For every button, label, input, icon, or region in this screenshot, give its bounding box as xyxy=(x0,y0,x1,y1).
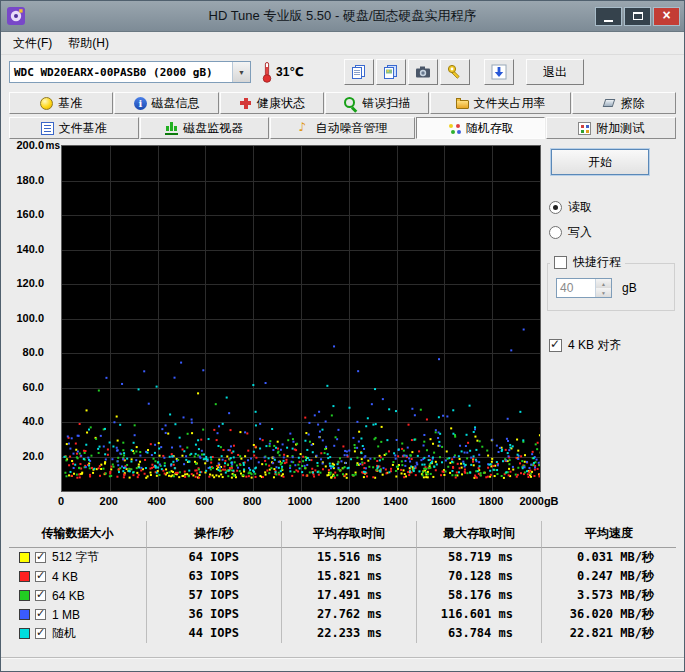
series-row-512b: 512 字节 xyxy=(9,548,147,567)
max-access-4kb: 70.128 ms xyxy=(417,567,542,586)
series-checkbox-random[interactable] xyxy=(35,628,46,639)
copy-image-button[interactable] xyxy=(376,59,406,85)
avg-speed-random: 22.821 MB/秒 xyxy=(542,624,676,643)
max-access-1mb: 116.601 ms xyxy=(417,605,542,624)
avg-speed-4kb: 0.247 MB/秒 xyxy=(542,567,676,586)
series-label-512b: 512 字节 xyxy=(52,549,99,566)
short-stroke-option: 快捷行程 xyxy=(550,254,625,271)
series-color-swatch-4kb xyxy=(19,571,30,582)
avg-speed-512b: 0.031 MB/秒 xyxy=(542,548,676,567)
capacity-unit-label: gB xyxy=(622,281,637,295)
lightbulb-icon xyxy=(40,97,53,110)
tab-health[interactable]: 健康状态 xyxy=(220,92,324,114)
tab-file-benchmark[interactable]: 文件基准 xyxy=(9,117,139,139)
avg-speed-64kb: 3.573 MB/秒 xyxy=(542,586,676,605)
folder-icon xyxy=(456,100,469,109)
speaker-note-icon xyxy=(298,122,311,135)
series-color-swatch-random xyxy=(19,628,30,639)
align-4kb-option: 4 KB 对齐 xyxy=(549,337,678,354)
tab-erase[interactable]: 擦除 xyxy=(572,92,676,114)
options-button[interactable] xyxy=(440,59,470,85)
tab-random-access[interactable]: 随机存取 xyxy=(416,117,546,139)
temperature-value: 31℃ xyxy=(276,65,304,79)
series-checkbox-512b[interactable] xyxy=(35,552,46,563)
tab-label: 文件基准 xyxy=(59,120,107,137)
max-access-64kb: 58.176 ms xyxy=(417,586,542,605)
tab-label: 擦除 xyxy=(621,95,645,112)
bottom-divider xyxy=(1,657,684,659)
iops-value-64kb: 57 IOPS xyxy=(147,586,282,605)
results-table: 传输数据大小 操作/秒 平均存取时间 最大存取时间 平均速度 512 字节 64… xyxy=(9,521,676,643)
keys-icon xyxy=(447,64,463,80)
spin-up-button[interactable] xyxy=(596,279,611,288)
disk-monitor-bars-icon xyxy=(165,122,178,135)
y-axis: 200.0180.0160.0140.0120.0100.080.060.040… xyxy=(9,146,61,491)
close-button[interactable] xyxy=(653,7,680,26)
file-benchmark-icon xyxy=(41,122,54,135)
minimize-button[interactable] xyxy=(595,7,622,26)
series-checkbox-1mb[interactable] xyxy=(35,609,46,620)
capacity-value: 40 xyxy=(557,279,595,297)
series-checkbox-64kb[interactable] xyxy=(35,590,46,601)
health-cross-icon xyxy=(239,97,252,110)
avg-access-512b: 15.516 ms xyxy=(282,548,417,567)
tab-error-scan[interactable]: 错误扫描 xyxy=(325,92,429,114)
random-dots-icon xyxy=(448,122,461,135)
window-controls xyxy=(595,7,680,26)
tab-disk-info[interactable]: 磁盘信息 xyxy=(114,92,218,114)
drive-select[interactable]: WDC WD20EARX-00PASB0 (2000 gB) xyxy=(9,61,251,83)
x-tick-label: 1200 xyxy=(336,495,360,507)
x-axis: 0200400600800100012001400160018002000gB xyxy=(61,495,541,511)
start-button[interactable]: 开始 xyxy=(551,149,649,175)
max-access-512b: 58.719 ms xyxy=(417,548,542,567)
tab-benchmark[interactable]: 基准 xyxy=(9,92,113,114)
screenshot-button[interactable] xyxy=(408,59,438,85)
avg-access-random: 22.233 ms xyxy=(282,624,417,643)
save-arrow-icon xyxy=(491,64,507,80)
y-tick-label: 60.0 xyxy=(23,381,44,393)
x-tick-label: 1000 xyxy=(288,495,312,507)
y-tick-label: 140.0 xyxy=(16,243,44,255)
x-tick-label: 0 xyxy=(58,495,64,507)
test-controls: 开始 读取 写入 快捷行程 40 xyxy=(547,149,678,354)
series-checkbox-4kb[interactable] xyxy=(35,571,46,582)
short-stroke-checkbox[interactable] xyxy=(554,256,567,269)
col-header-transfer-size: 传输数据大小 xyxy=(9,521,147,548)
write-radio-label: 写入 xyxy=(568,224,592,241)
align-4kb-checkbox[interactable] xyxy=(549,339,562,352)
read-radio[interactable] xyxy=(549,201,562,214)
tab-folder-usage[interactable]: 文件夹占用率 xyxy=(430,92,570,114)
menu-help[interactable]: 帮助(H) xyxy=(60,33,117,54)
y-tick-label: 160.0 xyxy=(16,208,44,220)
tab-label: 随机存取 xyxy=(466,120,514,137)
write-radio[interactable] xyxy=(549,226,562,239)
capacity-input[interactable]: 40 xyxy=(556,278,612,298)
copy-text-button[interactable] xyxy=(344,59,374,85)
tab-label: 磁盘监视器 xyxy=(183,120,243,137)
extra-tests-icon xyxy=(578,122,591,135)
error-scan-magnifier-icon xyxy=(344,97,357,110)
y-tick-label: 20.0 xyxy=(23,450,44,462)
drive-select-value: WDC WD20EARX-00PASB0 (2000 gB) xyxy=(10,66,232,79)
save-results-button[interactable] xyxy=(484,59,514,85)
series-color-swatch-512b xyxy=(19,552,30,563)
align-4kb-label: 4 KB 对齐 xyxy=(568,337,621,354)
access-time-chart: 200.0180.0160.0140.0120.0100.080.060.040… xyxy=(9,145,549,513)
menu-file[interactable]: 文件(F) xyxy=(5,33,60,54)
copy-text-icon xyxy=(351,64,367,80)
tab-aam[interactable]: 自动噪音管理 xyxy=(270,117,415,139)
maximize-button[interactable] xyxy=(624,7,651,26)
tab-label: 自动噪音管理 xyxy=(316,120,388,137)
camera-icon xyxy=(415,64,431,80)
x-tick-label: 2000gB xyxy=(519,495,558,507)
avg-speed-1mb: 36.020 MB/秒 xyxy=(542,605,676,624)
exit-button[interactable]: 退出 xyxy=(526,59,584,85)
col-header-max-access: 最大存取时间 xyxy=(417,521,542,548)
menubar: 文件(F) 帮助(H) xyxy=(1,32,684,55)
spin-down-button[interactable] xyxy=(596,288,611,297)
chevron-down-icon[interactable] xyxy=(232,62,250,82)
tab-label: 错误扫描 xyxy=(362,95,410,112)
tab-disk-monitor[interactable]: 磁盘监视器 xyxy=(140,117,270,139)
tab-extra-tests[interactable]: 附加测试 xyxy=(546,117,676,139)
x-tick-label: 800 xyxy=(243,495,261,507)
